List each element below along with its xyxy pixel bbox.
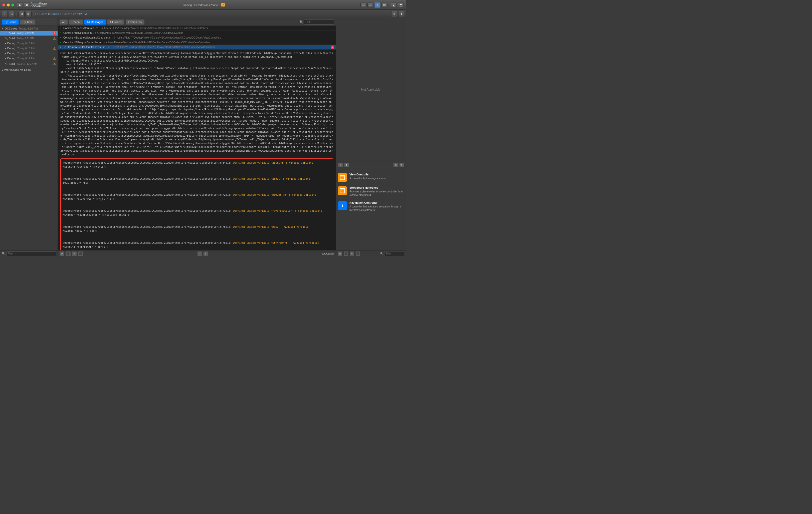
scheme-button[interactable]: 🔧 OCCodes: [33, 2, 39, 8]
log-viewer-button[interactable]: ≡: [374, 2, 380, 8]
warning-6: /Users/Pluto-Y/Desktop/YWork/Github/NSCo…: [63, 241, 331, 250]
share-button[interactable]: ⬆: [398, 11, 404, 17]
breadcrumb-item-2[interactable]: Build OCCodes : 7:12:42 PM: [51, 12, 87, 16]
sidebar-item-build-3[interactable]: 🔨 Build 8/23/16, 12:37 AM ⚠: [0, 61, 58, 66]
sidebar-group-header-workspace: Workspace No Logs: [0, 67, 58, 72]
rp-add-icon[interactable]: +: [338, 162, 343, 168]
debug-arrow-4: [5, 57, 6, 60]
msg-all-messages-button[interactable]: All Messages: [84, 19, 106, 25]
build-icon-1: 🔨: [5, 32, 8, 34]
item-time-build-1: Today, 7:12 PM: [17, 32, 34, 34]
group-name-occodes: OCCodes: [5, 27, 17, 30]
sidebar-header: By Group By Time: [0, 18, 58, 26]
add-button[interactable]: +: [2, 11, 8, 17]
item-time-build-3: 8/23/16, 12:37 AM: [17, 63, 37, 65]
new-tab-button[interactable]: ⊕: [391, 11, 397, 17]
stop-button[interactable]: ■: [24, 2, 30, 8]
msg-row-3[interactable]: ✓ Compile NSMethodSwizzlingController.m …: [58, 35, 336, 40]
nav-forward-button[interactable]: ➡: [368, 2, 374, 8]
center-bt-6[interactable]: ⬆: [203, 251, 208, 256]
rp-filter-label: 🔍: [380, 252, 383, 255]
log-detail[interactable]: CompileC /Users/Pluto-Y/Library/Develope…: [58, 50, 336, 250]
maximize-button[interactable]: [11, 3, 14, 6]
nav-back-button[interactable]: ⬅: [360, 2, 367, 8]
run-button[interactable]: ▶: [17, 2, 23, 8]
right-panel-filter-input[interactable]: [384, 251, 404, 256]
sidebar-filter-input[interactable]: [6, 251, 56, 256]
jump-bar-button[interactable]: ⊞: [381, 2, 387, 8]
msg-recent-button[interactable]: Recent: [69, 19, 83, 25]
warning-caret-4: ^: [63, 217, 331, 221]
msg-all-issues-button[interactable]: All Issues: [107, 19, 124, 25]
sidebar-item-debug-4[interactable]: Debug Today, 6:17 PM ⚠: [0, 56, 58, 61]
msg-status-4: ✓: [59, 40, 62, 44]
main-content: By Group By Time OCCodes Today, 6:18 PM …: [0, 18, 406, 257]
bottom-label: OCCodes: [322, 252, 334, 255]
svg-rect-3: [341, 189, 344, 192]
warning-code-5: NSValue *pos2 = @(pos);: [63, 229, 331, 233]
warning-caret-1: ^: [63, 169, 331, 173]
msg-row-4[interactable]: ✓ Compile NSPragmaController.m ...in /Us…: [58, 40, 336, 45]
rp-tb-1[interactable]: ⊕: [338, 251, 342, 256]
msg-row-2[interactable]: ✓ Compile AppDelegate.m ...in /Users/Plu…: [58, 31, 336, 35]
item-time-build-2: Today, 2:11 PM: [17, 37, 34, 40]
msg-errors-only-button[interactable]: Errors Only: [125, 19, 145, 25]
center-bt-2[interactable]: ⬛: [65, 251, 71, 256]
item-label-debug-1: Debug: [7, 42, 15, 45]
center-bt-3[interactable]: ≡: [72, 251, 77, 256]
breadcrumb-sep-1: ▶: [48, 12, 50, 16]
by-time-button[interactable]: By Time: [20, 19, 35, 25]
rp-content-3: Navigation Controller A controller that …: [349, 201, 404, 212]
grid-view-button[interactable]: ⊞: [9, 11, 15, 17]
message-toolbar: All Recent All Messages All Issues Error…: [58, 18, 336, 26]
by-group-button[interactable]: By Group: [2, 19, 19, 25]
msg-row-1[interactable]: ✓ Compile NSMenuController.m ...in /User…: [58, 26, 336, 31]
close-button[interactable]: [2, 3, 5, 6]
warning-4: /Users/Pluto-Y/Desktop/YWork/Github/NSCo…: [63, 209, 331, 221]
msg-status-2: ✓: [59, 31, 62, 34]
rp-tb-3[interactable]: ≡: [349, 251, 354, 256]
minimize-button[interactable]: [7, 3, 10, 6]
right-panel-bottom-toolbar: ⊕ ⬛ ≡ ⬛ 🔍: [336, 250, 406, 257]
sidebar-item-build-1[interactable]: 🔨 Build Today, 7:12 PM 7: [0, 31, 58, 35]
warning-file-6: /Users/Pluto-Y/Desktop/YWork/Github/NSCo…: [63, 241, 331, 245]
item-label-debug-2: Debug: [7, 47, 15, 50]
item-label-debug-4: Debug: [7, 57, 15, 60]
msg-text-4: Compile NSPragmaController.m ...in /User…: [63, 41, 334, 44]
sidebar-item-debug-2[interactable]: Debug Today, 6:18 PM ⚠: [0, 46, 58, 51]
inspector-toggle[interactable]: ⬕: [391, 2, 397, 8]
rp-tb-4[interactable]: ⬛: [355, 251, 360, 256]
warn-icon-debug-4: ⚠: [53, 56, 56, 60]
next-button[interactable]: ▶: [26, 11, 32, 17]
sidebar-item-build-2[interactable]: 🔨 Build Today, 2:11 PM ⚠: [0, 35, 58, 41]
msg-all-button[interactable]: All: [59, 19, 68, 25]
item-label-build-3: Build: [9, 62, 15, 65]
center-bottom-toolbar: ⊕ ⬛ ≡ ⬛ ✓ ⬆ OCCodes: [58, 250, 336, 257]
warning-caret-5: ^: [63, 233, 331, 237]
rp-share-icon[interactable]: ⬆: [344, 162, 349, 168]
msg-text-3: Compile NSMethodSwizzlingController.m ..…: [63, 36, 334, 39]
rp-icon-nav-controller: [338, 201, 347, 210]
rp-filter-icon[interactable]: ⊕: [393, 162, 398, 168]
msg-row-5[interactable]: ▼ ⚠ Compile NSCLiteralController.m ...in…: [58, 45, 336, 50]
item-time-debug-1: Today, 6:18 PM: [17, 42, 34, 45]
device-button[interactable]: iPhone 6: [40, 2, 46, 8]
debug-area-toggle[interactable]: ⬒: [398, 2, 404, 8]
message-filter-input[interactable]: [304, 20, 334, 25]
sidebar-item-debug-1[interactable]: Debug Today, 6:18 PM: [0, 41, 58, 46]
warning-5: /Users/Pluto-Y/Desktop/YWork/Github/NSCo…: [63, 225, 331, 237]
center-bt-1[interactable]: ⊕: [59, 251, 64, 256]
center-bt-5[interactable]: ✓: [197, 251, 202, 256]
rp-filter-icon-2[interactable]: 🔍: [399, 162, 404, 168]
not-applicable-text: Not Applicable: [361, 88, 380, 91]
debug-arrow-2: [5, 47, 6, 50]
sidebar-item-debug-3[interactable]: Debug Today, 6:17 PM: [0, 51, 58, 56]
prev-button[interactable]: ◀: [19, 11, 25, 17]
breadcrumb-item-1[interactable]: OCCodes: [35, 12, 47, 16]
item-time-debug-3: Today, 6:17 PM: [17, 52, 34, 55]
center-bt-4[interactable]: ⬛: [78, 251, 83, 256]
sidebar-group-workspace: Workspace No Logs: [0, 67, 58, 72]
collapse-workspace-icon: [2, 68, 3, 71]
rp-tb-2[interactable]: ⬛: [343, 251, 348, 256]
collapse-occodes-icon: [2, 27, 4, 30]
